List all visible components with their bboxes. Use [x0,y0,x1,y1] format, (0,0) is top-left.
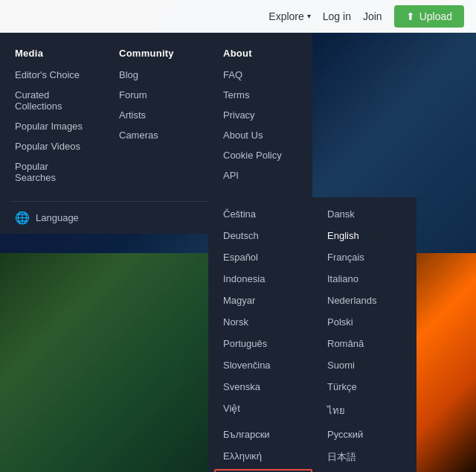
lang-korean[interactable]: 한국어 [214,469,312,472]
mega-menu-top: Media Editor's Choice Curated Collection… [0,33,312,198]
lang-espanol[interactable]: Español [208,246,312,268]
lang-polski[interactable]: Polski [312,311,416,333]
lang-slovencina[interactable]: Slovenčina [208,354,312,376]
media-column: Media Editor's Choice Curated Collection… [0,48,104,192]
menu-terms[interactable]: Terms [223,89,298,101]
community-column: Community Blog Forum Artists Cameras [104,48,208,192]
lang-bulgarian[interactable]: Български [208,424,312,445]
menu-cameras[interactable]: Cameras [119,130,193,141]
lang-viet[interactable]: Việt [208,398,312,424]
lang-romana[interactable]: Română [312,333,416,354]
lang-dansk[interactable]: Dansk [312,203,416,225]
lang-greek[interactable]: Ελληνική [208,445,312,469]
lang-norsk[interactable]: Norsk [208,311,312,333]
menu-faq[interactable]: FAQ [223,69,298,80]
lang-portugues[interactable]: Português [208,333,312,354]
language-grid: Čeština Dansk Deutsch English Español Fr… [208,203,416,469]
menu-api[interactable]: API [223,170,298,181]
upload-button[interactable]: ⬆ Upload [394,5,464,28]
about-heading: About [223,48,298,59]
media-heading: Media [15,48,89,59]
login-button[interactable]: Log in [323,10,351,22]
about-column: About FAQ Terms Privacy About Us Cookie … [208,48,312,192]
lang-francais[interactable]: Français [312,246,416,268]
menu-forum[interactable]: Forum [119,89,193,101]
menu-curated-collections[interactable]: Curated Collections [15,89,89,112]
lang-magyar[interactable]: Magyar [208,290,312,311]
menu-blog[interactable]: Blog [119,69,193,80]
globe-icon: 🌐 [15,211,30,225]
lang-indonesia[interactable]: Indonesia [208,268,312,290]
menu-privacy[interactable]: Privacy [223,109,298,121]
menu-cookie-policy[interactable]: Cookie Policy [223,150,298,161]
menu-popular-searches[interactable]: Popular Searches [15,161,89,183]
lang-russian[interactable]: Русский [312,424,416,445]
language-label: Language [36,212,79,223]
community-heading: Community [119,48,193,59]
menu-popular-videos[interactable]: Popular Videos [15,141,89,152]
menu-about-us[interactable]: About Us [223,130,298,141]
lang-chinese-simplified[interactable]: 简体中文 [312,469,411,472]
upload-label: Upload [419,10,452,22]
explore-label: Explore [268,10,303,22]
lang-thai[interactable]: ไทย [312,398,416,424]
lang-deutsch[interactable]: Deutsch [208,225,312,246]
menu-artists[interactable]: Artists [119,109,193,121]
lang-svenska[interactable]: Svenska [208,376,312,398]
lang-japanese[interactable]: 日本語 [312,445,416,469]
navbar: Explore ▾ Log in Join ⬆ Upload [0,0,476,33]
lang-cestina[interactable]: Čeština [208,203,312,225]
explore-link[interactable]: Explore ▾ [268,10,310,22]
lang-english[interactable]: English [312,225,416,246]
chevron-down-icon: ▾ [307,12,311,20]
language-dropdown: Čeština Dansk Deutsch English Español Fr… [208,197,416,472]
join-button[interactable]: Join [363,10,382,22]
lang-italiano[interactable]: Italiano [312,268,416,290]
lang-suomi[interactable]: Suomi [312,354,416,376]
upload-icon: ⬆ [406,10,415,22]
menu-editors-choice[interactable]: Editor's Choice [15,69,89,80]
lang-nederlands[interactable]: Nederlands [312,290,416,311]
lang-turkce[interactable]: Türkçe [312,376,416,398]
menu-popular-images[interactable]: Popular Images [15,121,89,132]
language-last-row: 한국어 简体中文 [208,469,416,472]
bg-bottom-left [0,253,212,472]
